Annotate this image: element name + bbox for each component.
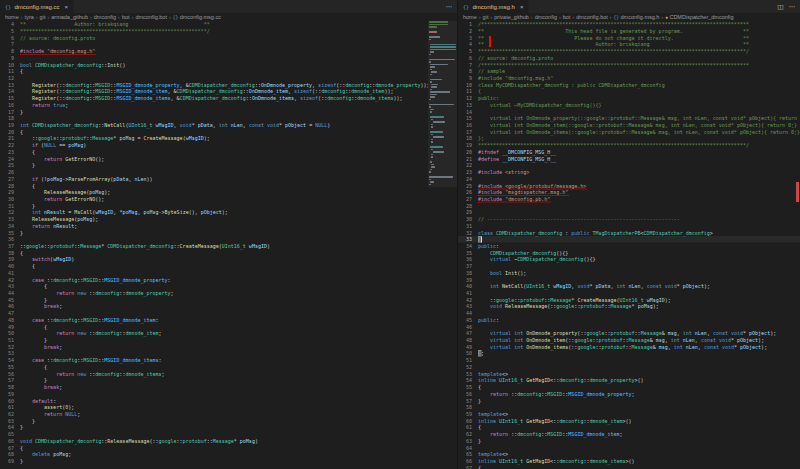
line-number[interactable]: 33 xyxy=(458,236,478,243)
more-actions-icon[interactable]: ⋯ xyxy=(789,3,796,11)
line-number[interactable]: 13 xyxy=(0,81,20,88)
line-number[interactable]: 21 xyxy=(0,135,20,142)
line-number[interactable]: 60 xyxy=(458,417,478,424)
line-number[interactable]: 65 xyxy=(458,451,478,458)
line-number[interactable]: 64 xyxy=(0,424,20,431)
line-number[interactable]: 52 xyxy=(0,344,20,351)
breadcrumb-item[interactable]: bot xyxy=(122,14,130,20)
line-number[interactable]: 31 xyxy=(0,202,20,209)
line-number[interactable]: 45 xyxy=(458,317,478,324)
line-number[interactable]: 16 xyxy=(458,122,478,129)
line-number[interactable]: 48 xyxy=(458,337,478,344)
line-number[interactable]: 29 xyxy=(0,189,20,196)
line-number[interactable]: 8 xyxy=(458,68,478,75)
line-number[interactable]: 29 xyxy=(458,209,478,216)
line-number[interactable]: 55 xyxy=(0,364,20,371)
close-icon[interactable]: × xyxy=(65,3,69,10)
line-number[interactable]: 33 xyxy=(0,216,20,223)
line-number[interactable]: 44 xyxy=(0,290,20,297)
line-number[interactable]: 48 xyxy=(0,317,20,324)
breadcrumb-item[interactable]: ◆CDMDispatcher_dmconfig xyxy=(665,14,733,20)
breadcrumb-item[interactable]: {}dmconfig.msg.h xyxy=(614,14,660,20)
line-number[interactable]: 5 xyxy=(458,48,478,55)
breadcrumb-item[interactable]: dmconfig.bot xyxy=(576,14,607,20)
breadcrumb-item[interactable]: dmconfig.bot xyxy=(135,14,166,20)
line-number[interactable]: 35 xyxy=(458,249,478,256)
line-number[interactable]: 66 xyxy=(458,458,478,465)
line-number[interactable]: 28 xyxy=(458,202,478,209)
line-number[interactable]: 39 xyxy=(0,256,20,263)
line-number[interactable]: 37 xyxy=(458,263,478,270)
line-number[interactable]: 14 xyxy=(0,88,20,95)
line-number[interactable]: 8 xyxy=(0,48,20,55)
line-number[interactable]: 9 xyxy=(458,75,478,82)
line-number[interactable]: 10 xyxy=(458,81,478,88)
line-number[interactable]: 61 xyxy=(0,404,20,411)
line-number[interactable]: 5 xyxy=(0,28,20,35)
line-number[interactable]: 12 xyxy=(458,95,478,102)
line-number[interactable]: 25 xyxy=(0,162,20,169)
line-number[interactable]: 59 xyxy=(0,391,20,398)
line-number[interactable]: 53 xyxy=(0,350,20,357)
line-number[interactable]: 17 xyxy=(458,129,478,136)
line-number[interactable]: 67 xyxy=(458,464,478,469)
line-number[interactable]: 64 xyxy=(458,444,478,451)
line-number[interactable]: 6 xyxy=(0,34,20,41)
line-number[interactable]: 44 xyxy=(458,310,478,317)
line-number[interactable]: 32 xyxy=(458,229,478,236)
line-number[interactable]: 3 xyxy=(458,34,478,41)
line-number[interactable]: 40 xyxy=(0,263,20,270)
line-number[interactable]: 35 xyxy=(0,229,20,236)
tab-dmconfig-msg-h[interactable]: {} dmconfig.msg.h × xyxy=(458,0,529,13)
line-number[interactable]: 22 xyxy=(0,142,20,149)
line-number[interactable]: 14 xyxy=(458,108,478,115)
line-number[interactable]: 62 xyxy=(0,411,20,418)
line-number[interactable]: 19 xyxy=(458,142,478,149)
line-number[interactable]: 57 xyxy=(458,397,478,404)
line-number[interactable]: 51 xyxy=(0,337,20,344)
line-number[interactable]: 28 xyxy=(0,182,20,189)
line-number[interactable]: 15 xyxy=(0,95,20,102)
line-number[interactable]: 7 xyxy=(458,61,478,68)
line-number[interactable]: 58 xyxy=(0,384,20,391)
line-number[interactable]: 45 xyxy=(0,296,20,303)
line-number[interactable]: 15 xyxy=(458,115,478,122)
line-number[interactable]: 21 xyxy=(458,155,478,162)
line-number[interactable]: 12 xyxy=(0,75,20,82)
line-number[interactable]: 62 xyxy=(458,431,478,438)
line-number[interactable]: 60 xyxy=(0,397,20,404)
line-number[interactable]: 38 xyxy=(458,270,478,277)
line-number[interactable]: 18 xyxy=(458,135,478,142)
line-number[interactable]: 6 xyxy=(458,55,478,62)
line-number[interactable]: 50 xyxy=(0,330,20,337)
breadcrumb-item[interactable]: armada_github xyxy=(51,14,88,20)
minimap[interactable] xyxy=(428,21,457,469)
line-number[interactable]: 56 xyxy=(0,370,20,377)
line-number[interactable]: 41 xyxy=(0,270,20,277)
line-number[interactable]: 4 xyxy=(458,41,478,48)
line-number[interactable]: 7 xyxy=(0,41,20,48)
line-number[interactable]: 30 xyxy=(0,196,20,203)
line-number[interactable]: 65 xyxy=(0,431,20,438)
line-number[interactable]: 2 xyxy=(458,28,478,35)
line-number[interactable]: 24 xyxy=(458,176,478,183)
line-number[interactable]: 36 xyxy=(458,256,478,263)
breadcrumb-item[interactable]: dmconfig xyxy=(94,14,116,20)
line-number[interactable]: 49 xyxy=(0,323,20,330)
line-number[interactable]: 51 xyxy=(458,357,478,364)
line-number[interactable]: 36 xyxy=(0,236,20,243)
line-number[interactable]: 30 xyxy=(458,216,478,223)
line-number[interactable]: 58 xyxy=(458,404,478,411)
breadcrumb-item[interactable]: home xyxy=(5,14,19,20)
line-number[interactable]: 68 xyxy=(0,451,20,458)
line-number[interactable]: 34 xyxy=(458,243,478,250)
line-number[interactable]: 4 xyxy=(0,21,20,28)
breadcrumb-item[interactable]: git xyxy=(40,14,46,20)
line-number[interactable]: 19 xyxy=(0,122,20,129)
line-number[interactable]: 53 xyxy=(458,370,478,377)
line-number[interactable]: 42 xyxy=(458,296,478,303)
line-number[interactable]: 66 xyxy=(0,438,20,445)
line-number[interactable]: 49 xyxy=(458,344,478,351)
line-number[interactable]: 23 xyxy=(458,169,478,176)
line-number[interactable]: 46 xyxy=(458,323,478,330)
